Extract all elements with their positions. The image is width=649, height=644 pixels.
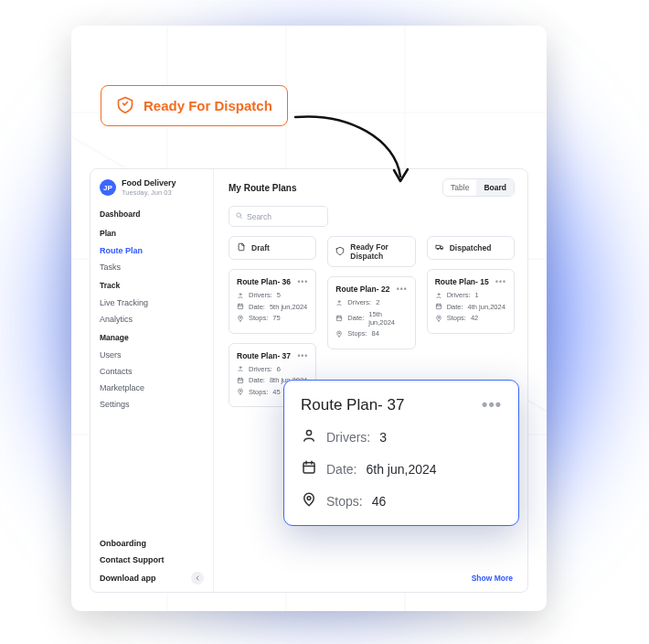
- pin-icon: [435, 315, 442, 322]
- view-toggle-board[interactable]: Board: [476, 179, 514, 196]
- calendar-icon: [237, 377, 244, 384]
- project-name: Food Delivery: [122, 178, 176, 188]
- nav-marketplace[interactable]: Marketplace: [100, 380, 204, 396]
- svg-point-0: [237, 213, 241, 218]
- dispatch-icon: [335, 246, 345, 257]
- popup-title: Route Plan- 37: [301, 396, 404, 414]
- svg-point-7: [338, 300, 340, 302]
- pin-icon: [237, 315, 244, 322]
- route-card[interactable]: Route Plan- 22 ••• Drivers: 2 Date: 15th…: [327, 276, 415, 349]
- card-title: Route Plan- 36: [237, 277, 291, 286]
- svg-point-9: [339, 332, 340, 333]
- nav-live-tracking[interactable]: Live Tracking: [100, 295, 204, 311]
- pin-icon: [237, 388, 244, 395]
- card-menu-button[interactable]: •••: [297, 277, 308, 286]
- column-head-draft[interactable]: Draft: [229, 236, 316, 260]
- card-title: Route Plan- 15: [435, 277, 489, 286]
- nav-route-plan[interactable]: Route Plan: [100, 242, 204, 259]
- project-date: Tuesday, Jun 03: [122, 188, 176, 197]
- svg-point-15: [438, 317, 439, 317]
- collapse-sidebar-button[interactable]: [191, 572, 204, 585]
- nav-contacts[interactable]: Contacts: [100, 363, 204, 380]
- svg-point-16: [306, 430, 311, 435]
- file-icon: [237, 242, 246, 253]
- nav-settings[interactable]: Settings: [100, 396, 204, 413]
- svg-rect-14: [436, 305, 441, 309]
- show-more-link[interactable]: Show More: [472, 574, 513, 583]
- calendar-icon: [435, 303, 442, 310]
- svg-point-12: [441, 248, 442, 249]
- svg-point-11: [437, 248, 438, 249]
- view-toggle[interactable]: Table Board: [442, 178, 515, 197]
- nav-analytics[interactable]: Analytics: [100, 311, 204, 327]
- popup-menu-button[interactable]: •••: [482, 395, 502, 414]
- search-placeholder: Search: [247, 212, 271, 221]
- view-toggle-table[interactable]: Table: [443, 179, 476, 196]
- user-icon: [301, 427, 317, 446]
- svg-point-6: [239, 391, 240, 392]
- svg-rect-17: [303, 463, 314, 473]
- svg-rect-8: [337, 316, 342, 320]
- arrow-illustration: [286, 108, 423, 199]
- card-menu-button[interactable]: •••: [297, 351, 308, 360]
- user-icon: [237, 292, 244, 299]
- route-card[interactable]: Route Plan- 36 ••• Drivers: 5 Date: 5th …: [229, 269, 316, 334]
- calendar-icon: [335, 315, 343, 322]
- search-input[interactable]: Search: [229, 206, 328, 227]
- dispatch-icon: [116, 95, 134, 116]
- card-menu-button[interactable]: •••: [397, 284, 408, 294]
- search-icon: [235, 211, 243, 221]
- card-title: Route Plan- 22: [335, 284, 389, 294]
- nav-download-app[interactable]: Download app: [100, 574, 156, 583]
- nav-section-manage: Manage: [100, 333, 204, 342]
- svg-point-18: [307, 497, 311, 500]
- svg-point-1: [239, 293, 241, 295]
- svg-point-13: [438, 293, 440, 295]
- top-status-badge: Ready For Dispatch: [101, 85, 288, 126]
- pin-icon: [301, 491, 317, 510]
- nav-dashboard[interactable]: Dashboard: [100, 209, 204, 219]
- route-card[interactable]: Route Plan- 15 ••• Drivers: 1 Date: 4th …: [427, 269, 515, 334]
- user-icon: [335, 299, 343, 306]
- svg-rect-2: [238, 305, 242, 309]
- top-status-label: Ready For Dispatch: [144, 98, 272, 113]
- truck-icon: [435, 242, 444, 253]
- nav-support[interactable]: Contact Support: [100, 552, 204, 568]
- column-label: Ready For Dispatch: [350, 242, 407, 261]
- user-icon: [435, 292, 442, 299]
- column-head-dispatched[interactable]: Dispatched: [427, 236, 515, 260]
- column-head-ready[interactable]: Ready For Dispatch: [327, 236, 415, 267]
- card-menu-button[interactable]: •••: [495, 277, 506, 286]
- nav-section-track: Track: [100, 281, 204, 290]
- route-plan-popup[interactable]: Route Plan- 37 ••• Drivers: 3 Date: 6th …: [283, 380, 519, 526]
- sidebar: JP Food Delivery Tuesday, Jun 03 Dashboa…: [90, 169, 214, 592]
- column-label: Dispatched: [450, 243, 492, 252]
- nav-users[interactable]: Users: [100, 347, 204, 363]
- calendar-icon: [237, 303, 244, 310]
- svg-rect-5: [238, 378, 242, 382]
- column-label: Draft: [251, 243, 270, 252]
- avatar[interactable]: JP: [100, 179, 116, 196]
- svg-point-4: [239, 367, 241, 369]
- calendar-icon: [301, 459, 317, 478]
- nav-onboarding[interactable]: Onboarding: [100, 535, 204, 552]
- nav-tasks[interactable]: Tasks: [100, 259, 204, 275]
- svg-point-3: [239, 317, 240, 317]
- pin-icon: [335, 330, 343, 338]
- user-icon: [237, 365, 244, 372]
- nav-section-plan: Plan: [100, 229, 204, 238]
- card-title: Route Plan- 37: [237, 351, 291, 360]
